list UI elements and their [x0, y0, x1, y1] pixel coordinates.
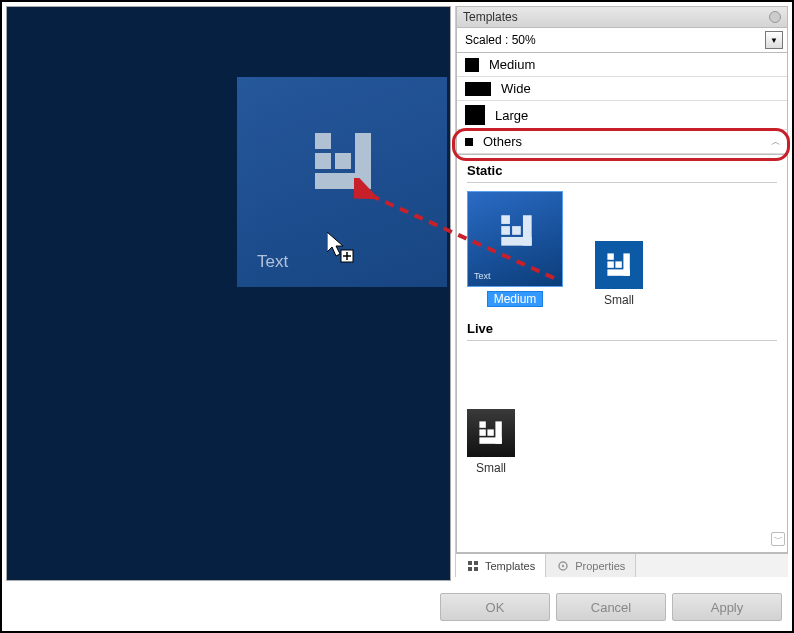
app-logo-icon	[309, 127, 379, 201]
template-tile-small[interactable]: Small	[595, 241, 643, 307]
template-tile-medium[interactable]: Text Medium	[467, 191, 563, 307]
svg-rect-14	[607, 253, 613, 259]
template-live-tile-small[interactable]: Small	[467, 409, 515, 475]
large-swatch-icon	[465, 105, 485, 125]
static-section-title: Static	[467, 163, 777, 183]
app-logo-icon	[605, 251, 633, 279]
tab-templates-label: Templates	[485, 560, 535, 572]
live-section-title: Live	[467, 321, 777, 341]
app-logo-icon	[498, 212, 536, 254]
svg-rect-15	[607, 261, 613, 267]
live-small-tile-preview[interactable]	[467, 409, 515, 457]
svg-rect-13	[523, 215, 532, 245]
svg-rect-2	[335, 153, 351, 169]
grid-icon	[466, 559, 480, 573]
svg-rect-23	[495, 421, 501, 443]
medium-tile-preview[interactable]: Text	[467, 191, 563, 287]
templates-panel: Templates Scaled : 50% ▼ Medium Wide La	[455, 6, 788, 577]
main-area: Text Templates Scaled : 50% ▼	[2, 2, 792, 577]
tile-caption: Text	[257, 252, 288, 272]
templates-content: Static	[456, 155, 788, 553]
tab-properties-label: Properties	[575, 560, 625, 572]
svg-rect-16	[615, 261, 621, 267]
svg-rect-25	[474, 561, 478, 565]
svg-rect-9	[501, 215, 510, 224]
ok-button[interactable]: OK	[440, 593, 550, 621]
category-label: Others	[483, 134, 522, 149]
category-label: Medium	[489, 57, 535, 72]
tab-properties[interactable]: Properties	[546, 554, 636, 577]
preview-canvas[interactable]: Text	[6, 6, 451, 581]
category-label: Large	[495, 108, 528, 123]
svg-rect-10	[501, 226, 510, 235]
tile-drag-preview[interactable]: Text	[237, 77, 447, 287]
cancel-button[interactable]: Cancel	[556, 593, 666, 621]
svg-rect-26	[468, 567, 472, 571]
small-tile-label: Small	[604, 293, 634, 307]
category-label: Wide	[501, 81, 531, 96]
app-logo-icon	[477, 419, 505, 447]
apply-button[interactable]: Apply	[672, 593, 782, 621]
wide-swatch-icon	[465, 82, 491, 96]
pin-icon[interactable]	[769, 11, 781, 23]
panel-tabs: Templates Properties	[456, 553, 788, 577]
scroll-down-icon[interactable]: ﹀	[771, 532, 785, 546]
category-others[interactable]: Others ︿	[457, 130, 787, 154]
static-tiles-row: Text Medium	[467, 191, 777, 307]
gear-icon	[556, 559, 570, 573]
category-wide[interactable]: Wide	[457, 77, 787, 101]
svg-point-29	[562, 564, 564, 566]
live-small-tile-label: Small	[476, 461, 506, 475]
svg-rect-19	[479, 421, 485, 427]
others-swatch-icon	[465, 138, 473, 146]
dialog-footer: OK Cancel Apply	[2, 589, 792, 625]
app-window: Text Templates Scaled : 50% ▼	[0, 0, 794, 633]
panel-header: Templates	[456, 6, 788, 28]
category-large[interactable]: Large	[457, 101, 787, 130]
tab-templates[interactable]: Templates	[456, 554, 546, 577]
scale-label: Scaled : 50%	[461, 33, 765, 47]
scale-selector[interactable]: Scaled : 50% ▼	[456, 28, 788, 53]
svg-rect-27	[474, 567, 478, 571]
category-medium[interactable]: Medium	[457, 53, 787, 77]
svg-rect-24	[468, 561, 472, 565]
chevron-up-icon[interactable]: ︿	[771, 135, 781, 149]
svg-rect-18	[623, 253, 629, 275]
svg-rect-0	[315, 133, 331, 149]
medium-swatch-icon	[465, 58, 479, 72]
medium-tile-label: Medium	[487, 291, 544, 307]
panel-title: Templates	[463, 10, 518, 24]
svg-rect-4	[355, 133, 371, 189]
svg-rect-1	[315, 153, 331, 169]
svg-rect-11	[512, 226, 521, 235]
svg-rect-20	[479, 429, 485, 435]
category-list: Medium Wide Large Others ︿	[456, 53, 788, 155]
tile-preview-caption: Text	[474, 271, 491, 281]
small-tile-preview[interactable]	[595, 241, 643, 289]
dropdown-icon[interactable]: ▼	[765, 31, 783, 49]
svg-rect-21	[487, 429, 493, 435]
live-tiles-row: Small	[467, 409, 777, 475]
